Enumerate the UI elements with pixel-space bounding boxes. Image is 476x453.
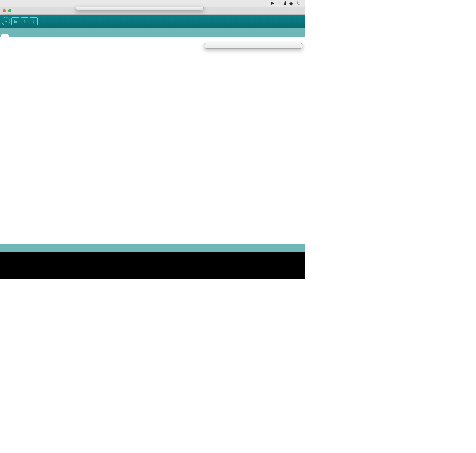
stamp-icon[interactable]: ⌂ (277, 1, 280, 6)
close-button[interactable] (3, 9, 6, 12)
tab-bar (0, 28, 305, 37)
code-editor[interactable] (0, 37, 305, 244)
menubar-right: ➤ ⌂ d ◈ ↻ (270, 0, 303, 6)
minimize-button[interactable] (8, 9, 11, 12)
save-button[interactable]: ↓ (30, 17, 38, 25)
arduino-toolbar: → ▦ ↑ ↓ (0, 15, 305, 28)
mac-menubar: ➤ ⌂ d ◈ ↻ (0, 0, 305, 7)
boards-submenu (204, 43, 303, 49)
run-icon[interactable]: ➤ (270, 0, 274, 6)
d-icon[interactable]: d (284, 1, 286, 6)
menubar-left (2, 3, 9, 4)
open-button[interactable]: ↑ (21, 17, 28, 25)
verify-button[interactable]: → (2, 17, 10, 25)
status-bar (0, 244, 305, 252)
console (0, 252, 305, 279)
new-button[interactable]: ▦ (11, 17, 19, 25)
app-name[interactable] (2, 3, 9, 4)
sync-icon[interactable]: ↻ (297, 0, 301, 6)
tools-menu (76, 7, 204, 10)
dropbox-icon[interactable]: ◈ (289, 0, 293, 6)
tab-sketch[interactable] (1, 34, 9, 37)
